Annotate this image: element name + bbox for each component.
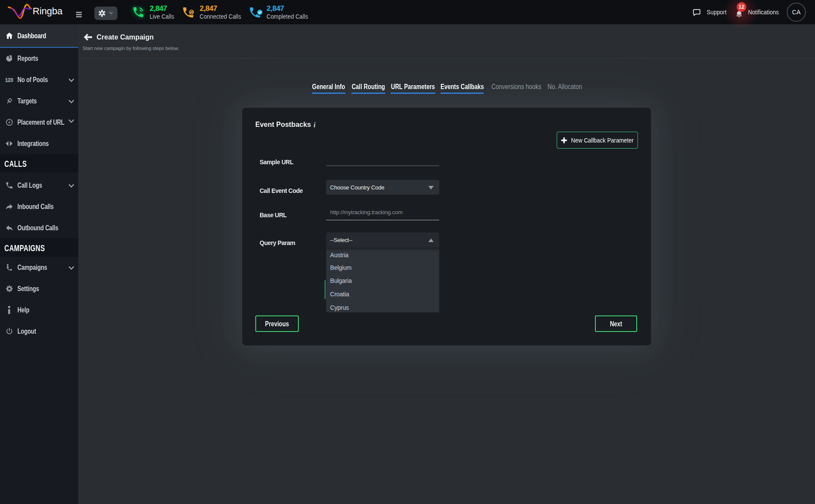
svg-text:123: 123 bbox=[5, 77, 13, 83]
